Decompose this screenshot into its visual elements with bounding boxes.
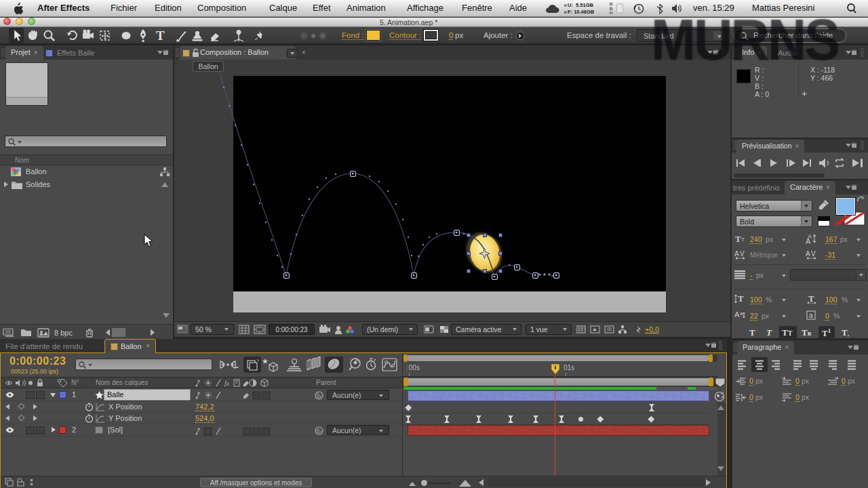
svg-text:V: V	[811, 250, 816, 258]
svg-text:A: A	[734, 250, 739, 258]
svg-text:V: V	[740, 250, 745, 258]
svg-text:a: a	[740, 310, 743, 317]
svg-text:A: A	[806, 250, 810, 258]
svg-text:T: T	[738, 293, 744, 304]
svg-text:a: a	[809, 312, 813, 319]
svg-text:fx: fx	[224, 380, 230, 387]
svg-text:T: T	[808, 293, 814, 304]
svg-text:A: A	[806, 237, 811, 245]
svg-text:8 bpc: 8 bpc	[54, 329, 73, 337]
svg-text:A: A	[734, 310, 740, 319]
svg-text:T: T	[156, 28, 165, 43]
